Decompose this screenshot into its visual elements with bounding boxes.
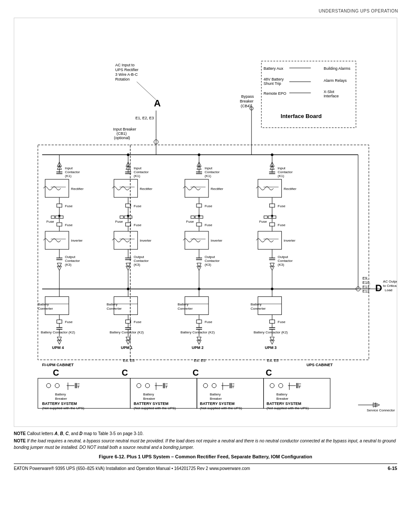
- svg-text:Fuse: Fuse: [259, 220, 267, 224]
- svg-text:Battery Contactor (K2): Battery Contactor (K2): [181, 330, 215, 334]
- svg-text:E4. E5: E4. E5: [267, 358, 279, 363]
- svg-text:Alarm Relays: Alarm Relays: [324, 78, 347, 83]
- svg-point-237: [271, 153, 274, 156]
- page-number: 6-15: [388, 466, 397, 471]
- svg-text:Battery Contactor (K2): Battery Contactor (K2): [41, 330, 75, 334]
- svg-text:(K3): (K3): [205, 263, 211, 267]
- svg-text:(K1): (K1): [205, 174, 211, 178]
- svg-text:Rectifier: Rectifier: [211, 187, 224, 191]
- svg-text:Contactor: Contactor: [65, 259, 80, 263]
- footer-brand: EATON: [14, 466, 28, 471]
- svg-text:UPM 4: UPM 4: [52, 345, 64, 350]
- svg-text:Battery: Battery: [251, 302, 262, 306]
- svg-text:Input: Input: [134, 166, 142, 170]
- svg-text:Fuse: Fuse: [65, 320, 73, 324]
- svg-text:Breaker: Breaker: [143, 397, 155, 401]
- svg-text:Fuse: Fuse: [205, 204, 212, 208]
- page: UNDERSTANDING UPS OPERATION Battery Aux …: [0, 0, 411, 532]
- svg-text:(K1): (K1): [134, 174, 140, 178]
- caption-text: Figure 6-12. Plus 1 UPS System – Common …: [99, 454, 312, 459]
- svg-text:BATTERY SYSTEM: BATTERY SYSTEM: [134, 401, 168, 406]
- svg-text:(Not supplied with the UPS): (Not supplied with the UPS): [42, 406, 84, 410]
- svg-point-221: [271, 215, 273, 217]
- note1-bold: NOTE: [14, 431, 26, 436]
- footer-bar: EATON Powerware® 9395 UPS (650–825 kVA) …: [14, 464, 397, 471]
- svg-text:FI-UPM CABINET: FI-UPM CABINET: [42, 363, 74, 367]
- diagram-svg: Battery Aux 48V Battery Shunt Trip Remot…: [14, 18, 397, 426]
- note1-text: Callout letters A, B, C, and D map to Ta…: [27, 431, 144, 436]
- svg-text:AC Input to: AC Input to: [115, 63, 134, 67]
- svg-point-125: [127, 153, 129, 156]
- svg-text:Converter: Converter: [177, 307, 193, 311]
- svg-text:Rectifier: Rectifier: [284, 187, 297, 191]
- svg-text:Fuse: Fuse: [205, 223, 212, 227]
- footer-website: www.powerware.com: [209, 466, 250, 471]
- svg-text:Breaker: Breaker: [240, 99, 253, 103]
- svg-text:E10,: E10,: [362, 280, 370, 285]
- svg-text:E12: E12: [362, 289, 369, 293]
- svg-text:Rectifier: Rectifier: [140, 187, 153, 191]
- svg-text:E4. E5: E4. E5: [194, 358, 206, 363]
- svg-text:Interface: Interface: [324, 94, 339, 98]
- footer-product: Powerware: [29, 466, 51, 471]
- svg-text:BATTERY SYSTEM: BATTERY SYSTEM: [200, 401, 235, 406]
- svg-point-55: [58, 215, 60, 217]
- svg-text:Contactor: Contactor: [65, 170, 80, 174]
- svg-text:Fuse: Fuse: [115, 220, 123, 224]
- svg-text:(CB4): (CB4): [241, 104, 251, 108]
- page-header: UNDERSTANDING UPS OPERATION: [13, 9, 398, 13]
- svg-text:Converter: Converter: [107, 307, 122, 311]
- svg-text:(K3): (K3): [65, 263, 72, 267]
- figure-caption: Figure 6-12. Plus 1 UPS System – Common …: [13, 454, 398, 459]
- svg-text:UPM 3: UPM 3: [265, 345, 277, 350]
- svg-text:Fuse: Fuse: [278, 223, 286, 227]
- svg-text:Battery Contactor (K2): Battery Contactor (K2): [254, 330, 288, 334]
- svg-text:Battery: Battery: [177, 302, 188, 306]
- footer-left: EATON Powerware® 9395 UPS (650–825 kVA) …: [14, 466, 250, 471]
- svg-text:Contactor: Contactor: [134, 259, 149, 263]
- svg-text:AC Output: AC Output: [383, 280, 397, 283]
- svg-text:Fuse: Fuse: [186, 220, 194, 224]
- svg-text:(K3): (K3): [278, 263, 284, 267]
- svg-text:Breaker: Breaker: [210, 397, 222, 401]
- svg-text:Converter: Converter: [251, 307, 266, 311]
- svg-text:Fuse: Fuse: [65, 223, 73, 227]
- svg-text:Battery: Battery: [143, 392, 154, 396]
- svg-text:(Not supplied with the UPS): (Not supplied with the UPS): [134, 406, 176, 410]
- svg-point-181: [198, 153, 200, 156]
- footer-reg: ®: [51, 466, 54, 471]
- svg-text:E1, E2, E3: E1, E2, E3: [135, 116, 154, 120]
- svg-text:BATTERY SYSTEM: BATTERY SYSTEM: [267, 401, 302, 406]
- svg-text:Service Connector: Service Connector: [367, 408, 395, 412]
- svg-text:C: C: [266, 368, 272, 377]
- svg-text:Breaker: Breaker: [277, 397, 289, 401]
- svg-text:Output: Output: [278, 255, 289, 259]
- svg-text:Battery: Battery: [210, 392, 221, 396]
- footer-model: 9395 UPS (650–825 kVA) Installation and …: [54, 466, 208, 471]
- svg-text:Inverter: Inverter: [211, 239, 222, 243]
- svg-text:(optional): (optional): [114, 136, 130, 140]
- svg-text:Fuse: Fuse: [134, 204, 141, 208]
- svg-text:Contactor: Contactor: [205, 259, 220, 263]
- svg-text:48V Battery: 48V Battery: [264, 77, 284, 81]
- svg-text:Rectifier: Rectifier: [71, 187, 84, 191]
- svg-text:A: A: [154, 98, 161, 109]
- note-1: NOTE Callout letters A, B, C, and D map …: [14, 430, 397, 437]
- svg-text:Fuse: Fuse: [205, 320, 212, 324]
- svg-text:Battery Contactor (K2): Battery Contactor (K2): [110, 330, 144, 334]
- svg-text:Fuse: Fuse: [47, 220, 54, 224]
- svg-text:UPS Rectifier: UPS Rectifier: [115, 68, 138, 72]
- svg-text:Contactor: Contactor: [278, 170, 293, 174]
- svg-text:Building Alarms: Building Alarms: [324, 66, 350, 71]
- svg-text:Input: Input: [65, 166, 73, 170]
- svg-text:3 Wire A-B-C: 3 Wire A-B-C: [115, 72, 138, 77]
- svg-text:Output: Output: [205, 255, 215, 259]
- svg-text:Battery: Battery: [55, 392, 66, 396]
- svg-text:Inverter: Inverter: [140, 239, 151, 243]
- svg-text:(K3): (K3): [134, 263, 140, 267]
- svg-text:E9,: E9,: [362, 276, 368, 280]
- svg-text:Fuse: Fuse: [134, 320, 141, 324]
- svg-text:D: D: [375, 283, 382, 293]
- svg-text:Input: Input: [205, 166, 213, 170]
- notes-section: NOTE Callout letters A, B, C, and D map …: [14, 430, 397, 451]
